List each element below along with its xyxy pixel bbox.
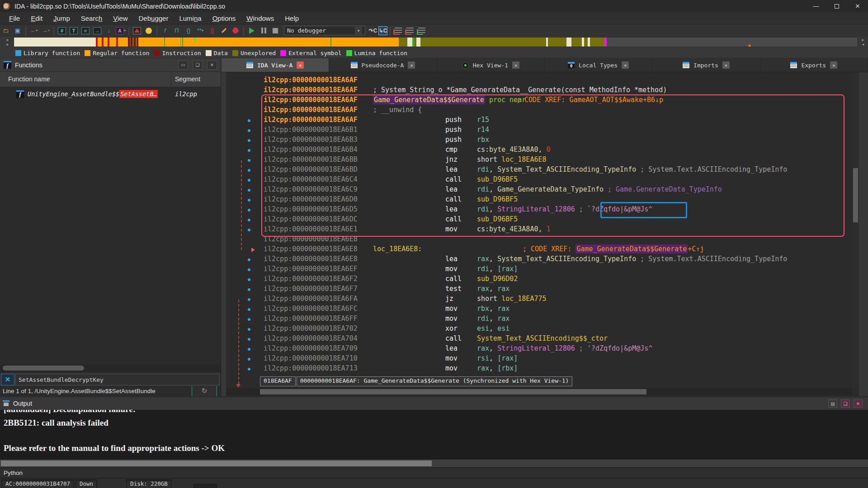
asm-line[interactable]: il2cpp:00000000018EA704callSystem_Text_A… [226, 334, 859, 344]
function-row[interactable]: f UnityEngine_AssetBundle$$SetAssetB… il… [0, 88, 221, 100]
tab-close-icon[interactable]: ✕ [622, 61, 629, 69]
minimize-button[interactable]: — [806, 0, 826, 12]
menu-file[interactable]: File [4, 13, 25, 23]
functions-panel-titlebar[interactable]: f Functions ▭ ❏ ✕ [0, 58, 221, 72]
asm-line[interactable]: il2cpp:00000000018EA6FCmovrbx, rax [226, 305, 859, 314]
output-menu-icon[interactable]: ▤ [828, 399, 837, 408]
tab-close-icon[interactable]: ✕ [722, 61, 730, 69]
asm-line[interactable]: il2cpp:00000000018EA6AF; System_String_o… [226, 86, 859, 96]
debugger-stop-icon[interactable] [270, 26, 281, 36]
asm-line[interactable]: il2cpp:00000000018EA6D5leardi, StringLit… [226, 205, 859, 215]
maximize-button[interactable] [826, 0, 847, 12]
disassembly-vscrollbar-thumb[interactable] [853, 168, 858, 222]
debugger-play-icon[interactable] [246, 26, 257, 36]
hex-subview-icon[interactable]: # [57, 26, 67, 36]
asm-line[interactable]: il2cpp:00000000018EA6B4cmpcs:byte_4E3A8A… [226, 145, 859, 155]
breakpoint-list-icon[interactable] [132, 26, 142, 36]
navband-left-arrows-icon[interactable]: ▸▸ [4, 38, 12, 47]
asm-line[interactable]: il2cpp:00000000018EA6BDleardi, System_Te… [226, 165, 859, 175]
output-hscrollbar[interactable] [0, 460, 868, 467]
threads-view-icon[interactable] [405, 26, 415, 36]
tab-ida-view-a[interactable]: IDA View-A ✕ [222, 58, 329, 72]
asm-line[interactable]: il2cpp:00000000018EA6B3pushrbx [226, 136, 859, 145]
tab-local-types[interactable]: Local Types ✕ [545, 58, 652, 72]
modules-view-icon[interactable] [416, 26, 427, 36]
asm-line[interactable]: il2cpp:00000000018EA6AFpushr15 [226, 116, 859, 126]
save-icon[interactable]: ▣ [12, 26, 23, 36]
menu-help[interactable]: Help [279, 13, 304, 23]
column-function-name[interactable]: Function name [8, 75, 50, 83]
asm-line[interactable]: il2cpp:00000000018EA6F2callsub_D96D02 [226, 275, 859, 285]
navigation-band[interactable] [14, 37, 858, 47]
functions-hscrollbar-thumb[interactable] [3, 366, 84, 371]
tab-imports[interactable]: Imports ✕ [652, 58, 760, 72]
close-button[interactable]: ✕ [847, 0, 868, 12]
asm-line[interactable]: il2cpp:00000000018EA6C4callsub_D96BF5 [226, 175, 859, 185]
jump-down-icon[interactable]: ↓ [104, 26, 114, 36]
column-segment[interactable]: Segment [175, 75, 200, 83]
output-log[interactable]: [autohidden] Decompilation failure: 2BB5… [0, 410, 868, 460]
menu-jump[interactable]: Jump [48, 13, 75, 23]
struct-icon[interactable]: Π [171, 26, 182, 36]
navigate-forward-icon[interactable]: →▾ [40, 26, 51, 36]
menu-windows[interactable]: Windows [241, 13, 279, 23]
asm-line[interactable]: il2cpp:00000000018EA6E1movcs:byte_4E3A8A… [226, 225, 859, 235]
asm-line[interactable]: il2cpp:00000000018EA6E8loc_18EA6E8:; COD… [226, 245, 859, 255]
open-file-icon[interactable]: 🗀 [0, 26, 11, 36]
braces-icon[interactable]: {} [183, 26, 194, 36]
disassembly-hscrollbar-thumb[interactable] [260, 389, 646, 394]
menu-debugger[interactable]: Debugger [133, 13, 174, 23]
output-float-icon[interactable]: ❏ [841, 399, 850, 408]
stack-view-icon[interactable] [393, 26, 404, 36]
stop-sign-icon[interactable] [230, 26, 241, 36]
refresh-icon[interactable]: ↻ [192, 386, 217, 396]
asm-line[interactable]: il2cpp:00000000018EA6FFmovrdi, rax [226, 314, 859, 324]
debugger-pause-icon[interactable] [258, 26, 269, 36]
step-into-icon[interactable]: ↳C [378, 26, 387, 35]
create-function-icon[interactable]: f [160, 26, 170, 36]
menu-options[interactable]: Options [207, 13, 241, 23]
disassembly-vscrollbar[interactable] [852, 72, 859, 387]
asm-line[interactable]: il2cpp:00000000018EA709learax, StringLit… [226, 344, 859, 354]
comment-icon[interactable]: **▾ [195, 26, 206, 36]
tab-pseudocode-a[interactable]: Pseudocode-A ✕ [329, 58, 437, 72]
panel-close-icon[interactable]: ✕ [207, 61, 217, 70]
asm-line[interactable]: il2cpp:00000000018EA6F7testrax, rax [226, 285, 859, 295]
colors-icon[interactable]: A▾ [115, 26, 126, 36]
asm-line[interactable]: il2cpp:00000000018EA6B1pushr14 [226, 126, 859, 136]
navband-right-arrows-icon[interactable]: ▸◂ [859, 38, 867, 47]
debugger-select[interactable]: No debugger▾ [284, 26, 365, 35]
disassembly-hscrollbar[interactable] [226, 388, 852, 395]
console-selector[interactable]: Python [0, 467, 868, 478]
asm-line[interactable]: il2cpp:00000000018EA6BBjnzshort loc_18EA… [226, 155, 859, 165]
asm-line[interactable]: il2cpp:00000000018EA702xoresi, esi [226, 324, 859, 334]
navigate-back-icon[interactable]: ←▾ [28, 26, 39, 36]
filter-clear-icon[interactable]: ✕ [1, 374, 14, 385]
output-close-icon[interactable]: ✕ [854, 399, 863, 408]
panel-minimize-icon[interactable]: ▭ [178, 61, 188, 70]
tab-close-icon[interactable]: ✕ [512, 61, 519, 69]
asm-line[interactable]: il2cpp:00000000018EA6FAjzshort loc_18EA7… [226, 295, 859, 305]
menu-edit[interactable]: Edit [25, 13, 48, 23]
tab-close-icon[interactable]: ✕ [408, 61, 415, 69]
asm-line[interactable]: il2cpp:00000000018EA6EFmovrdi, [rax] [226, 265, 859, 275]
menu-lumina[interactable]: Lumina [174, 13, 207, 23]
names-subview-icon[interactable]: ≡ [80, 26, 91, 36]
tab-close-icon[interactable]: ✕ [297, 61, 304, 69]
array-icon[interactable]: [] [207, 26, 217, 36]
menu-view[interactable]: View [108, 13, 133, 23]
asm-line[interactable]: il2cpp:00000000018EA6E8learax, System_Te… [226, 255, 859, 265]
tab-exports[interactable]: Exports ✕ [760, 58, 868, 72]
asm-line[interactable]: il2cpp:00000000018EA710movrsi, [rax] [226, 354, 859, 364]
asm-line[interactable]: il2cpp:00000000018EA6C9leardi, Game_Gene… [226, 185, 859, 195]
tab-hex-view-1[interactable]: Hex View-1 ✕ [437, 58, 545, 72]
title-bar[interactable]: IDA - libil2cpp.so D:\Tools\UsefulTools\… [0, 0, 868, 12]
panel-float-icon[interactable]: ❏ [193, 61, 203, 70]
menu-search[interactable]: Search [75, 13, 108, 23]
step-over-icon[interactable]: ↷C [368, 26, 377, 35]
asm-line[interactable]: il2cpp:00000000018EA6AF [226, 76, 859, 86]
functions-filter-input[interactable] [15, 374, 220, 385]
asm-line[interactable]: il2cpp:00000000018EA6D0callsub_D96BF5 [226, 195, 859, 205]
output-hscrollbar-thumb[interactable] [1, 460, 432, 466]
asm-line[interactable]: il2cpp:00000000018EA6DCcallsub_D96BF5 [226, 215, 859, 225]
